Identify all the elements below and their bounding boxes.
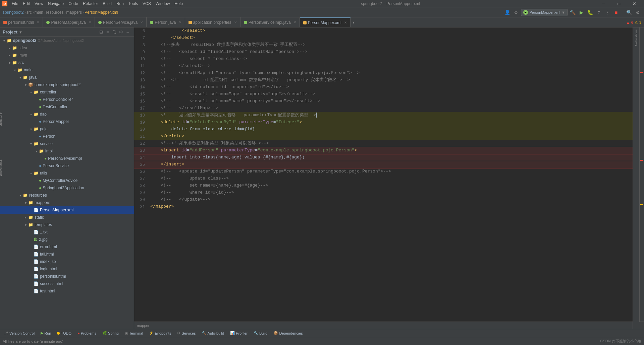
btn-services[interactable]: ⚙ Services bbox=[174, 330, 198, 337]
sidebar-icon-sort[interactable]: ⇅ bbox=[111, 29, 118, 36]
tree-fail-html[interactable]: 📄 fail.html bbox=[0, 251, 134, 258]
tree-index-jsp[interactable]: 📄 index.jsp bbox=[0, 258, 134, 265]
tab-personmapper-xml[interactable]: PersonMapper.xml ✕ bbox=[300, 17, 351, 27]
breadcrumb-part-1[interactable]: src bbox=[26, 10, 32, 15]
btn-profiler[interactable]: 📊 Profiler bbox=[227, 330, 250, 337]
tab-person-java[interactable]: Person.java ✕ bbox=[147, 17, 185, 27]
menu-edit[interactable]: Edit bbox=[20, 0, 32, 7]
menu-navigate[interactable]: Navigate bbox=[46, 0, 66, 7]
tree-utils[interactable]: ▾ 📁 utils bbox=[0, 169, 134, 177]
run-config-dropdown[interactable]: ▶ PersonMapper.xml ▼ bbox=[521, 9, 568, 16]
tree-test-html[interactable]: 📄 test.html bbox=[0, 287, 134, 295]
btn-endpoints[interactable]: ⚡ Endpoints bbox=[146, 330, 174, 337]
breadcrumb-part-4[interactable]: mappers bbox=[66, 10, 82, 15]
breadcrumb-part-5[interactable]: PersonMapper.xml bbox=[85, 10, 118, 15]
btn-auto-build[interactable]: 🔨 Auto-build bbox=[199, 330, 227, 337]
tree-src[interactable]: ▾ 📁 src bbox=[0, 59, 134, 66]
tree-controller[interactable]: ▾ 📁 controller bbox=[0, 88, 134, 96]
breadcrumb-part-0[interactable]: springboot2 bbox=[3, 10, 24, 15]
tree-personlist-html[interactable]: 📄 personlist.html bbox=[0, 273, 134, 280]
tree-2jpg[interactable]: 🖼 2.jpg bbox=[0, 236, 134, 243]
sidebar-icon-settings[interactable]: ⚙ bbox=[118, 29, 124, 36]
tree-pojo[interactable]: ▾ 📁 pojo bbox=[0, 125, 134, 133]
menu-build[interactable]: Build bbox=[100, 0, 114, 7]
btn-terminal[interactable]: ▣ Terminal bbox=[122, 330, 146, 337]
menu-run[interactable]: Run bbox=[114, 0, 126, 7]
tab-close-4[interactable]: ✕ bbox=[234, 20, 237, 24]
win-maximize[interactable]: □ bbox=[611, 0, 627, 7]
win-close[interactable]: ✕ bbox=[627, 0, 642, 7]
btn-dependencies[interactable]: 📦 Dependencies bbox=[271, 330, 305, 337]
btn-run[interactable]: ▶ Run bbox=[38, 330, 54, 337]
tab-close-1[interactable]: ✕ bbox=[89, 20, 91, 24]
more-run-button[interactable]: ⋮ bbox=[604, 9, 611, 16]
tree-error-html[interactable]: 📄 error.html bbox=[0, 243, 134, 251]
tree-1txt[interactable]: 📄 1.txt bbox=[0, 228, 134, 236]
menu-code[interactable]: Code bbox=[66, 0, 80, 7]
tree-person-controller[interactable]: ● PersonController bbox=[0, 96, 134, 103]
search-button[interactable]: 🔍 bbox=[625, 9, 633, 16]
sidebar-icon-layout[interactable]: ⊞ bbox=[98, 29, 104, 36]
btn-version-control[interactable]: ⎇ Version Control bbox=[1, 330, 37, 337]
tab-close-5[interactable]: ✕ bbox=[293, 20, 296, 24]
menu-refactor[interactable]: Refactor bbox=[80, 0, 100, 7]
coverage-button[interactable]: ☂ bbox=[595, 9, 602, 16]
tab-personservice-java[interactable]: PersonService.java ✕ bbox=[95, 17, 147, 27]
tab-application-props[interactable]: application.properties ✕ bbox=[185, 17, 240, 27]
tree-test-controller[interactable]: ● TestController bbox=[0, 103, 134, 111]
btn-spring[interactable]: 🌿 Spring bbox=[100, 330, 121, 337]
tree-service[interactable]: ▾ 📁 service bbox=[0, 140, 134, 147]
btn-build[interactable]: 🔧 Build bbox=[251, 330, 270, 337]
tree-mvn[interactable]: ▸ 📁 .mvn bbox=[0, 52, 134, 59]
menu-view[interactable]: View bbox=[32, 0, 46, 7]
tree-person[interactable]: ● Person bbox=[0, 133, 134, 140]
tree-login-html[interactable]: 📄 login.html bbox=[0, 265, 134, 273]
btn-problems[interactable]: ● Problems bbox=[75, 330, 99, 337]
sidebar-icon-close[interactable]: – bbox=[124, 29, 131, 36]
tree-root[interactable]: ▾ 📁 springboot2 D:\Users\Admin\springboo… bbox=[0, 37, 134, 44]
tree-package[interactable]: ▾ 📦 com.example.springboot2 bbox=[0, 81, 134, 88]
tree-idea[interactable]: ▸ 📁 .idea bbox=[0, 44, 134, 52]
tab-personmapper-java[interactable]: PersonMapper.java ✕ bbox=[43, 17, 95, 27]
left-panel-bookmarks[interactable]: Bookmarks bbox=[0, 158, 3, 178]
breadcrumb-part-2[interactable]: main bbox=[35, 10, 43, 15]
settings-gear[interactable]: ⚙ bbox=[634, 9, 641, 16]
tree-main[interactable]: ▾ 📁 main bbox=[0, 66, 134, 74]
menu-help[interactable]: Help bbox=[172, 0, 185, 7]
btn-todo[interactable]: TODO bbox=[54, 330, 74, 337]
build-button[interactable]: 🔨 bbox=[569, 9, 576, 16]
debug-button[interactable]: 🐛 bbox=[586, 9, 594, 16]
tab-close-6[interactable]: ✕ bbox=[344, 21, 347, 24]
tab-close-3[interactable]: ✕ bbox=[179, 20, 181, 24]
tree-impl[interactable]: ▾ 📁 impl bbox=[0, 147, 134, 155]
menu-file[interactable]: File bbox=[9, 0, 20, 7]
tree-static[interactable]: ▸ 📁 static bbox=[0, 214, 134, 221]
stop-button[interactable]: ■ bbox=[612, 9, 620, 16]
tree-springboot2app[interactable]: ● Springboot2Application bbox=[0, 184, 134, 192]
tree-mycontrolleradvice[interactable]: ● MyControllerAdvice bbox=[0, 177, 134, 184]
menu-tools[interactable]: Tools bbox=[126, 0, 140, 7]
tab-personserviceimpl[interactable]: PersonServiceImpl.java ✕ bbox=[240, 17, 300, 27]
notification-icon[interactable]: Notifications bbox=[634, 29, 639, 47]
tab-personlist[interactable]: personlist.html ✕ bbox=[0, 17, 43, 27]
tree-templates[interactable]: ▾ 📁 templates bbox=[0, 221, 134, 228]
sidebar-icon-collapse[interactable]: ≡ bbox=[104, 29, 111, 36]
tab-close-0[interactable]: ✕ bbox=[37, 20, 39, 24]
tree-success-html[interactable]: 📄 success.html bbox=[0, 280, 134, 287]
tree-resources[interactable]: ▾ 📁 resources bbox=[0, 192, 134, 199]
tree-personmapper-xml[interactable]: 📄 PersonMapper.xml bbox=[0, 206, 134, 214]
editor-content[interactable]: 6 </select> 7 </select> 8 <!--多表 resultM… bbox=[134, 27, 644, 322]
tree-java[interactable]: ▾ 📁 java bbox=[0, 74, 134, 81]
tab-close-2[interactable]: ✕ bbox=[140, 20, 143, 24]
tree-person-mapper[interactable]: ● PersonMapper bbox=[0, 118, 134, 125]
tab-more[interactable]: ▾ bbox=[351, 17, 357, 27]
tree-personservice[interactable]: ● PersonService bbox=[0, 162, 134, 169]
breadcrumb-part-3[interactable]: resources bbox=[46, 10, 64, 15]
run-button[interactable]: ▶ bbox=[578, 9, 585, 16]
user-icon[interactable]: 👤 bbox=[503, 9, 511, 16]
left-panel-structure[interactable]: Structure bbox=[0, 111, 3, 128]
tree-mappers[interactable]: ▾ 📁 mappers bbox=[0, 199, 134, 206]
menu-vcs[interactable]: VCS bbox=[140, 0, 153, 7]
win-minimize[interactable]: ─ bbox=[596, 0, 611, 7]
menu-window[interactable]: Window bbox=[153, 0, 172, 7]
